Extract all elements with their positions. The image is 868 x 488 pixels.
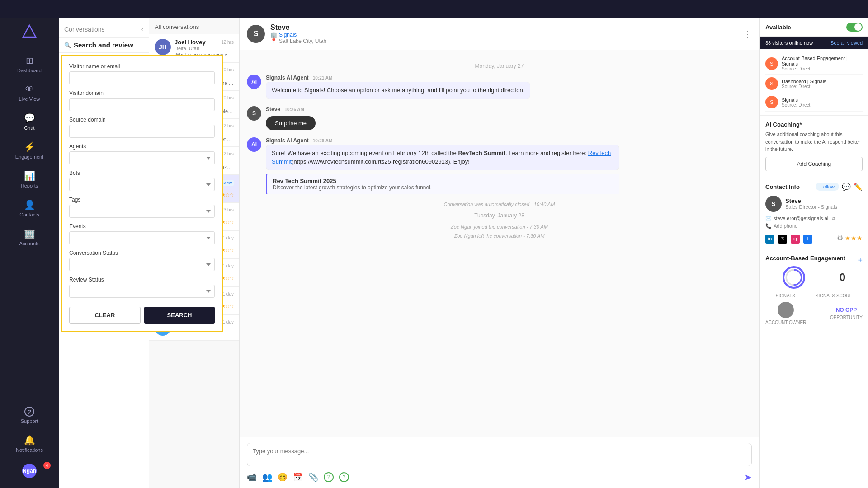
nav-dashboard[interactable]: ⊞ Dashboard [0,50,59,79]
contacts-icon: 👤 [24,199,35,210]
clear-button[interactable]: CLEAR [69,307,141,324]
tags-select[interactable] [69,205,215,218]
surprise-me-button[interactable]: Surprise me [266,116,316,130]
page-name-2: Dashboard | Signals [782,79,826,84]
emoji-icon[interactable]: 😊 [278,472,288,482]
msg-content: Steve 10:26 AM Surprise me [266,106,316,130]
message-user-1: S Steve 10:26 AM Surprise me [247,106,752,130]
chat-contact-name: Steve [270,23,326,32]
page-source-1: Source: Direct [782,66,863,71]
tags-label: Tags [69,197,215,203]
chat-messages: Monday, January 27 AI Signals AI Agent 1… [240,50,759,437]
account-owner-label: ACCOUNT OWNER [765,320,806,325]
search-button[interactable]: SEARCH [144,307,215,324]
nav-engagement[interactable]: ⚡ Engagement [0,136,59,165]
revtech-card-desc: Discover the latest growth strategies to… [273,184,614,191]
attachment-icon[interactable]: 📎 [308,472,318,482]
see-all-link[interactable]: See all viewed [830,40,863,46]
ae-title: Account-Based Engagement [765,255,845,262]
twitter-icon[interactable]: 𝕏 [778,235,787,244]
contact-info-header: Contact Info Follow 💬 ✏️ [765,183,863,191]
source-domain-input[interactable] [69,125,215,138]
instagram-icon[interactable]: ig [791,235,800,244]
page-icon-3: S [765,96,778,108]
collapse-icon[interactable]: ‹ [141,25,143,33]
no-opportunity-label: NO OPP [830,307,863,313]
nav-liveview[interactable]: 👁 Live View [0,79,59,107]
dashboard-icon: ⊞ [26,55,33,66]
settings-icon[interactable]: ⚙ [837,234,843,242]
search-small-icon: 🔍 [64,42,71,48]
events-label: Events [69,223,215,230]
phone-icon: 📞 [765,223,772,229]
nav-accounts[interactable]: 🏢 Accounts [0,223,59,252]
calendar-icon[interactable]: 📅 [293,472,303,482]
help2-icon[interactable]: ? [339,472,349,482]
availability-header: Available [760,18,868,37]
available-label: Available [765,24,791,31]
availability-toggle[interactable] [846,23,863,32]
all-conversations-header: All conversations [149,18,239,34]
agents-select[interactable] [69,151,215,164]
search-header: 🔍 Search and review [59,38,149,53]
page-name-1: Account-Based Engagement | Signals [782,56,863,66]
chat-contact-info: Steve 🏢 Signals 📍 Salt Lake City, Utah [270,23,326,44]
copy-icon[interactable]: ⧉ [832,216,835,221]
nav-reports[interactable]: 📊 Reports [0,165,59,194]
visitor-domain-input[interactable] [69,98,215,111]
revtech-card-title: Rev Tech Summit 2025 [273,178,614,184]
chat-menu-button[interactable]: ⋮ [744,29,752,39]
chat-icon: 💬 [24,113,35,123]
ae-owner-row: ACCOUNT OWNER NO OPP OPPORTUNITY [765,302,863,325]
date-separator-mon: Monday, January 27 [247,63,752,69]
video-icon[interactable]: 📹 [247,472,257,482]
bell-icon: 🔔 [24,435,35,446]
edit-icon[interactable]: ✏️ [854,183,863,191]
nav-contacts[interactable]: 👤 Contacts [0,194,59,223]
notification-badge: 4 [43,462,51,469]
msg-content: Signals AI Agent 10:21 AM Welcome to Sig… [266,75,530,99]
page-item-2: S Dashboard | Signals Source: Direct [765,75,863,93]
contact-phone: 📞 Add phone [765,223,863,229]
page-icon-1: S [765,57,778,70]
bots-select[interactable] [69,178,215,191]
message-input[interactable] [247,443,752,466]
message-icon[interactable]: 💬 [842,183,851,191]
chat-contact-location: 📍 Salt Lake City, Utah [270,38,326,44]
reports-icon: 📊 [24,170,35,181]
ae-add-icon[interactable]: + [858,256,863,265]
follow-button[interactable]: Follow [816,183,839,191]
visitor-domain-field: Visitor domain [69,90,215,111]
add-user-icon[interactable]: 👥 [262,472,272,482]
revtech-card: Rev Tech Summit 2025 Discover the latest… [266,174,619,194]
chat-tools: 📹 👥 😊 📅 📎 ? ? ➤ [247,472,752,483]
facebook-icon[interactable]: f [803,235,812,244]
visitor-name-label: Visitor name or email [69,63,215,70]
surprise-button-container: Surprise me [266,113,316,130]
help-icon[interactable]: ? [324,472,334,482]
review-status-label: Review Status [69,277,215,283]
linkedin-icon[interactable]: in [765,235,774,244]
nav-user[interactable]: Ngan 4 [0,458,59,483]
nav-support[interactable]: ? Support [0,401,59,429]
ai-coaching-desc: Give additional coaching about this conv… [765,131,863,153]
agent-name: Signals AI Agent [266,75,308,81]
visitors-count: 38 visitors online now [765,40,813,46]
conversation-status-label: Conversation Status [69,250,215,256]
events-select[interactable] [69,231,215,244]
nav-chat[interactable]: 💬 Chat [0,107,59,136]
page-item-3: S Signals Source: Direct [765,93,863,112]
account-engagement-section: Account-Based Engagement + 0 SIGNALS SIG… [760,249,868,330]
review-status-select[interactable] [69,285,215,298]
nav-notifications[interactable]: 🔔 Notifications [0,429,59,458]
visitor-domain-label: Visitor domain [69,90,215,96]
user-avatar-msg: S [247,106,261,121]
add-coaching-button[interactable]: Add Coaching [765,157,863,171]
conversation-status-select[interactable] [69,258,215,271]
send-button[interactable]: ➤ [744,472,752,483]
event-joined: Zoe Ngan joined the conversation - 7:30 … [247,224,752,230]
visitor-name-input[interactable] [69,71,215,84]
page-source-3: Source: Direct [782,103,810,108]
page-item-1: S Account-Based Engagement | Signals Sou… [765,53,863,75]
visitors-bar: 38 visitors online now See all viewed [760,37,868,49]
